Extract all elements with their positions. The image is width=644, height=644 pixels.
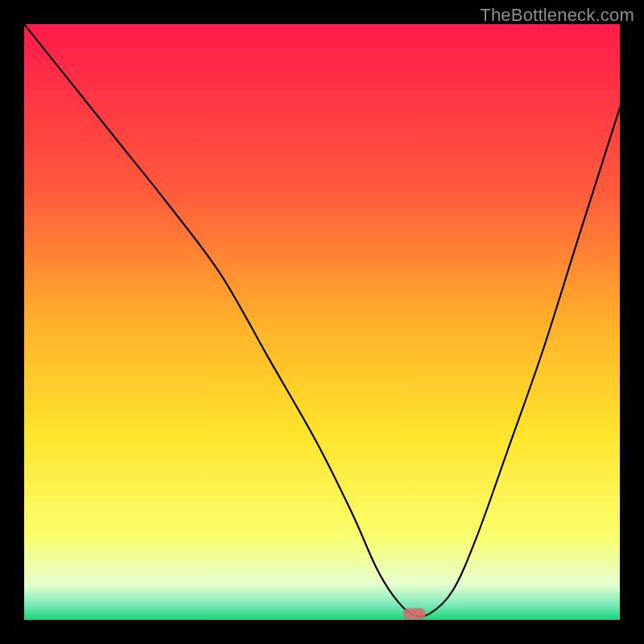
chart-svg	[24, 24, 620, 620]
gradient-background	[24, 24, 620, 620]
plot-area	[24, 24, 620, 620]
watermark-text: TheBottleneck.com	[480, 5, 634, 26]
optimal-marker	[403, 609, 426, 620]
chart-frame: TheBottleneck.com	[0, 0, 644, 644]
